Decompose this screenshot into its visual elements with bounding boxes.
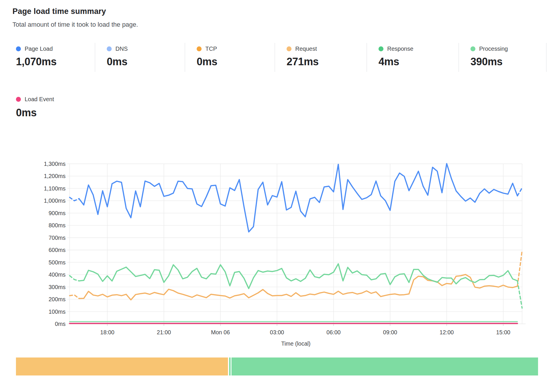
series-page-load-line [79, 164, 517, 232]
stat-tcp: TCP 0ms [185, 43, 275, 72]
stat-label: Processing [479, 46, 508, 52]
series-processing-line-lead-dash [70, 276, 79, 281]
tcp-legend-dot-icon [197, 46, 202, 51]
y-axis-tick-label: 600ms [48, 247, 66, 253]
series-processing-line [79, 264, 517, 288]
x-axis-title: Time (local) [281, 340, 310, 347]
y-axis-tick-label: 1,000ms [44, 197, 66, 204]
x-axis-tick-label: 18:00 [100, 329, 115, 335]
x-axis-tick-label: 12:00 [440, 329, 454, 335]
stat-value: 271ms [287, 56, 367, 68]
page-load-time-chart: 0ms100ms200ms300ms400ms500ms600ms700ms80… [0, 125, 554, 354]
dns-legend-dot-icon [107, 46, 112, 51]
response-legend-dot-icon [379, 46, 383, 51]
chart-grid [67, 164, 526, 326]
request-legend-dot-icon [287, 46, 292, 51]
series-request-line-tail-dash [517, 251, 522, 286]
stat-label: Request [295, 46, 317, 52]
y-axis-tick-label: 100ms [48, 308, 66, 315]
stat-processing: Processing 390ms [459, 43, 546, 72]
stat-request: Request 271ms [275, 43, 367, 72]
series-page-load-line-lead-dash [70, 197, 79, 201]
x-axis-tick-label: Mon 06 [211, 329, 230, 335]
y-axis-tick-label: 1,300ms [44, 161, 66, 167]
stat-label: DNS [115, 46, 128, 52]
y-axis-tick-label: 900ms [48, 210, 66, 216]
result-segment-passed-range[interactable] [231, 357, 538, 375]
stat-value: 0ms [197, 56, 275, 68]
y-axis-tick-label: 500ms [48, 259, 66, 266]
stat-value: 0ms [107, 56, 185, 68]
x-axis-tick-label: 09:00 [383, 329, 397, 335]
stats-row: Page Load 1,070ms DNS 0ms TCP 0ms Reques… [12, 43, 546, 72]
processing-legend-dot-icon [470, 46, 475, 51]
stat-label: TCP [205, 46, 217, 52]
page-load-legend-dot-icon [16, 46, 21, 51]
stat-value: 4ms [379, 56, 459, 68]
x-axis-tick-label: 15:00 [496, 329, 510, 335]
stat-label: Response [387, 46, 413, 52]
y-axis-tick-label: 300ms [48, 284, 66, 290]
stat-response: Response 4ms [367, 43, 459, 72]
load-event-legend-dot-icon [16, 97, 21, 102]
series-page-load-line-tail-dash [517, 188, 522, 196]
y-axis-tick-label: 200ms [48, 296, 66, 302]
results-timeline-strip[interactable] [16, 357, 538, 375]
x-axis-tick-label: 06:00 [327, 329, 341, 335]
page-load-summary-panel: Page load time summary Total amount of t… [0, 0, 554, 392]
y-axis-tick-label: 0ms [55, 321, 66, 327]
y-axis-tick-label: 700ms [48, 235, 66, 241]
y-axis-tick-label: 800ms [48, 222, 66, 228]
x-axis-tick-label: 21:00 [157, 329, 171, 335]
y-axis-tick-label: 1,100ms [44, 185, 66, 192]
x-axis-tick-label: 03:00 [270, 329, 284, 335]
stat-label: Page Load [25, 46, 53, 52]
y-axis-tick-label: 400ms [48, 271, 66, 278]
stat-label: Load Event [25, 96, 54, 103]
page-subtitle: Total amount of time it took to load the… [12, 21, 138, 28]
stat-dns: DNS 0ms [95, 43, 185, 72]
series-request-line-lead-dash [70, 295, 79, 298]
page-title: Page load time summary [12, 7, 106, 16]
stat-load-event: Load Event 0ms [16, 96, 108, 119]
stat-value: 1,070ms [16, 56, 95, 68]
y-axis-tick-label: 1,200ms [44, 173, 66, 179]
stat-value: 0ms [16, 107, 108, 119]
stat-page-load: Page Load 1,070ms [12, 43, 95, 72]
stat-value: 390ms [470, 56, 546, 68]
result-segment-failed-range[interactable] [16, 357, 228, 375]
